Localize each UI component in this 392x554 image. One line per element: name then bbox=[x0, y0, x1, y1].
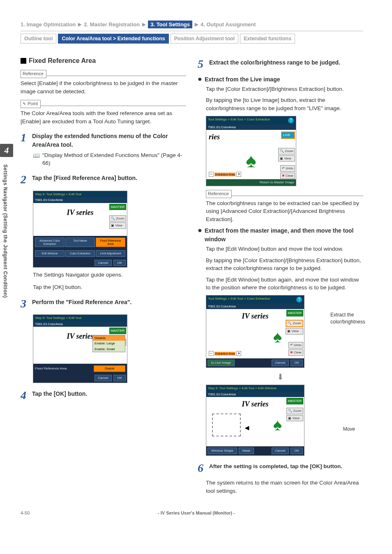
live-badge: LIVE bbox=[281, 132, 295, 139]
ss-subbar: T001.01:ColorArea bbox=[33, 321, 127, 327]
dd-enable-small[interactable]: Enable: Small bbox=[93, 346, 125, 352]
point-label: Point bbox=[21, 100, 41, 108]
return-master-button[interactable]: Return to Master Image bbox=[206, 179, 296, 186]
b2-p3: Tap the [Edit Window] button again, and … bbox=[206, 276, 363, 292]
zoom-button[interactable]: 🔍 Zoom bbox=[286, 408, 303, 414]
step6-note: The system returns to the main screen fo… bbox=[206, 479, 363, 495]
cancel-button[interactable]: Cancel bbox=[272, 448, 289, 454]
ss-titlebar: Step 8: Tool Settings > Edit Tool bbox=[33, 191, 127, 198]
ok-button[interactable]: OK bbox=[113, 375, 126, 381]
reference-text-right: The color/brightness range to be extract… bbox=[206, 199, 363, 224]
ss-titlebar: Step 8: Tool Settings > Edit Tool bbox=[33, 315, 127, 321]
section-title: Fixed Reference Area bbox=[29, 56, 96, 65]
page-number: 4-50 bbox=[21, 510, 30, 515]
crossref-1: "Display Method of Extended Functions Me… bbox=[42, 151, 186, 167]
reference-text: Select [Enable] if the color/brightness … bbox=[21, 79, 186, 95]
square-bullet-icon bbox=[21, 58, 26, 64]
window-shape-button[interactable]: Window Shape bbox=[208, 448, 237, 454]
step-text-1: Display the extended functions menu of t… bbox=[32, 129, 186, 149]
ok-button[interactable]: OK bbox=[291, 360, 303, 366]
limit-adjustment-btn[interactable]: Limit Adjustment bbox=[96, 250, 125, 257]
ss-subbar: T001.01:ColorArea bbox=[33, 197, 127, 203]
master-badge: MASTER bbox=[109, 328, 126, 334]
tool-window-box[interactable] bbox=[212, 413, 241, 436]
ok-button[interactable]: OK bbox=[291, 448, 303, 454]
screenshot-move: Step 8: Tool Settings > Edit Tool > Edit… bbox=[206, 385, 363, 456]
screenshot-master: Tool Settings > Edit Tool > Color Extrac… bbox=[206, 295, 363, 368]
screenshot-step3: Step 8: Tool Settings > Edit Tool T001.0… bbox=[33, 314, 186, 383]
tab-colorarea[interactable]: Color Area/Area tool > Extended function… bbox=[58, 34, 168, 44]
vertical-section-label: Settings Navigator (Setting the Judgment… bbox=[2, 164, 8, 298]
step-text-4: Tap the [OK] button. bbox=[32, 387, 186, 404]
fixed-ref-area-btn[interactable]: Fixed Reference Area bbox=[96, 238, 125, 247]
edit-window-btn[interactable]: Edit Window bbox=[35, 250, 65, 257]
tool-tabs: Outline tool Color Area/Area tool > Exte… bbox=[21, 34, 363, 44]
screenshot-live: Tool Settings > Edit Tool > Color Extrac… bbox=[206, 116, 363, 186]
cancel-button[interactable]: Cancel bbox=[95, 375, 112, 381]
undo-button[interactable]: ↶ Undo bbox=[288, 342, 303, 349]
adv-color-ext-btn[interactable]: Advanced Color Extraction bbox=[35, 238, 65, 247]
tab-posadj[interactable]: Position Adjustment tool bbox=[171, 34, 238, 44]
view-button[interactable]: ▣ View bbox=[286, 328, 303, 335]
view-button[interactable]: ▣ View bbox=[286, 415, 303, 422]
help-icon[interactable]: ? bbox=[288, 118, 294, 123]
book-icon: 📖 bbox=[33, 151, 40, 167]
bc-arrow: ▶ bbox=[142, 22, 145, 27]
ss-subbar: T001.01:ColorArea bbox=[206, 392, 304, 397]
extract-live-heading: Extract from the Live image bbox=[205, 75, 363, 83]
ss-titlebar: Tool Settings > Edit Tool > Color Extrac… bbox=[206, 295, 304, 304]
clear-button[interactable]: ✖ Clear bbox=[280, 173, 295, 179]
breadcrumb: 1. Image Optimization ▶ 2. Master Regist… bbox=[21, 21, 363, 28]
clear-button[interactable]: ✖ Clear bbox=[288, 349, 303, 356]
bc-step4: 4. Output Assignment bbox=[201, 21, 256, 28]
zoom-button[interactable]: 🔍 Zoom bbox=[278, 148, 295, 155]
cancel-button[interactable]: Cancel bbox=[272, 360, 289, 366]
left-column: Fixed Reference Area Reference Select [E… bbox=[21, 56, 186, 498]
color-extraction-btn[interactable]: Color Extraction bbox=[65, 250, 95, 257]
master-badge: MASTER bbox=[286, 398, 303, 404]
cancel-button[interactable]: Cancel bbox=[95, 260, 112, 266]
step-number-6: 6 bbox=[198, 460, 208, 477]
page-footer: 4-50 - IV Series User's Manual (Monitor)… bbox=[21, 510, 363, 515]
reference-label: Reference bbox=[21, 70, 46, 78]
down-arrow-icon: ⬇ bbox=[198, 371, 363, 383]
bc-arrow: ▶ bbox=[78, 22, 81, 27]
point-text: The Color Area/Area tools with the fixed… bbox=[21, 109, 186, 125]
step-text-5: Extract the color/brightness range to be… bbox=[209, 56, 363, 73]
step-number-2: 2 bbox=[21, 171, 30, 188]
step-number-3: 3 bbox=[21, 295, 30, 312]
divider bbox=[21, 31, 363, 31]
ss-subbar: T001.01:ColorArea bbox=[206, 304, 304, 309]
undo-button[interactable]: ↶ Undo bbox=[280, 165, 295, 172]
plus-button[interactable]: + bbox=[236, 172, 241, 177]
dd-enable-large[interactable]: Enable: Large bbox=[93, 341, 125, 346]
zoom-button[interactable]: 🔍 Zoom bbox=[286, 320, 303, 327]
view-button[interactable]: ▣ View bbox=[109, 222, 126, 229]
tab-outline[interactable]: Outline tool bbox=[21, 34, 56, 44]
left-arrow-icon: ◄ bbox=[243, 422, 251, 433]
section-heading: Fixed Reference Area bbox=[21, 56, 186, 65]
fra-value[interactable]: Disable bbox=[94, 365, 125, 372]
reference-label: Reference bbox=[206, 190, 232, 198]
tool-name-btn[interactable]: Tool Name bbox=[65, 238, 95, 247]
mask-button[interactable]: Mask bbox=[239, 448, 254, 454]
step-text-6: After the setting is completed, tap the … bbox=[209, 460, 363, 477]
help-icon[interactable]: ? bbox=[296, 297, 302, 302]
to-live-image-button[interactable]: to Live Image bbox=[208, 360, 235, 366]
tab-extfn[interactable]: Extended functions bbox=[240, 34, 295, 44]
right-column: 5 Extract the color/brightness range to … bbox=[198, 56, 363, 498]
callout-move: Move bbox=[343, 426, 355, 433]
zoom-button[interactable]: 🔍 Zoom bbox=[109, 215, 126, 222]
step2-note1: The Settings Navigator guide opens. bbox=[33, 271, 186, 279]
minus-button[interactable]: − bbox=[209, 172, 214, 177]
ss-subbar: T001.01:ColorArea bbox=[206, 125, 296, 130]
ok-button[interactable]: OK bbox=[113, 260, 126, 266]
view-button[interactable]: ▣ View bbox=[278, 155, 295, 162]
minus-button[interactable]: − bbox=[209, 351, 214, 356]
bc-step2: 2. Master Registration bbox=[84, 21, 140, 28]
master-badge: MASTER bbox=[286, 310, 303, 316]
dd-disable[interactable]: Disable bbox=[93, 335, 125, 341]
chapter-tab: 4 bbox=[0, 144, 13, 157]
plus-button[interactable]: + bbox=[236, 351, 241, 356]
fra-dropdown[interactable]: Disable Enable: Large Enable: Small bbox=[92, 335, 125, 353]
